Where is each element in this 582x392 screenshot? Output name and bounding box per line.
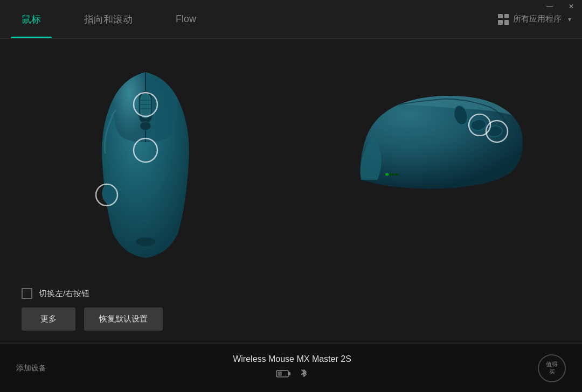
grid-icon[interactable] [498,14,509,25]
minimize-button[interactable]: — [539,0,560,13]
close-button[interactable]: ✕ [560,0,582,13]
all-apps-label[interactable]: 所有应用程序 [513,14,562,24]
device-icons [276,367,308,382]
tab-flow[interactable]: Flow [154,0,218,38]
switch-row: 切换左/右按钮 [22,288,560,299]
svg-point-6 [140,122,151,130]
svg-point-9 [136,237,155,246]
svg-rect-14 [390,173,393,176]
nav-right: 所有应用程序 ▾ [498,14,582,25]
svg-rect-15 [395,173,398,176]
battery-icon [276,368,291,381]
more-button[interactable]: 更多 [22,307,75,331]
status-right-button[interactable]: 值得买 [538,354,566,382]
title-bar: — ✕ [539,0,582,13]
nav-bar: 鼠标 指向和滚动 Flow 所有应用程序 ▾ [0,0,582,39]
mouse-display: logi [0,39,582,277]
svg-rect-2 [141,94,150,118]
device-name: Wireless Mouse MX Master 2S [233,354,351,364]
svg-text:logi: logi [141,218,150,224]
mouse-front-view: logi [70,56,221,261]
mouse-side-view [345,83,517,234]
add-device-button[interactable]: 添加设备 [16,363,46,373]
device-center: Wireless Mouse MX Master 2S [46,354,538,382]
switch-label: 切换左/右按钮 [39,289,89,299]
main-content: logi [0,39,582,344]
button-row: 更多 恢复默认设置 [22,307,560,331]
status-bar: 添加设备 Wireless Mouse MX Master 2S 值得买 [0,344,582,392]
svg-rect-13 [385,173,389,176]
status-right-label: 值得买 [546,361,558,375]
switch-checkbox[interactable] [22,288,32,299]
svg-rect-23 [278,372,282,376]
bluetooth-icon [300,367,308,382]
svg-rect-22 [288,372,290,375]
tab-mouse[interactable]: 鼠标 [0,0,63,38]
bottom-controls: 切换左/右按钮 更多 恢复默认设置 [0,277,582,344]
chevron-down-icon[interactable]: ▾ [568,16,571,23]
tab-pointing[interactable]: 指向和滚动 [63,0,154,38]
reset-button[interactable]: 恢复默认设置 [84,307,163,331]
